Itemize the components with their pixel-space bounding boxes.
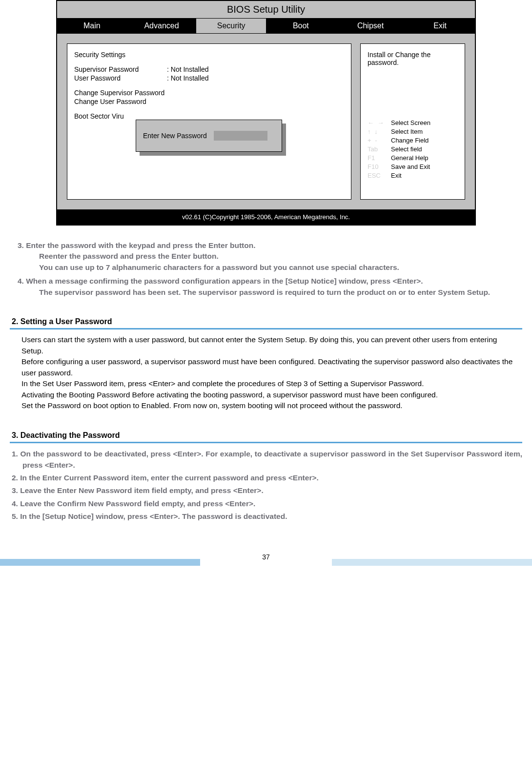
boot-sector-virus[interactable]: Boot Sector Viru <box>74 112 344 120</box>
deact-step-1: 1. On the password to be deactivated, pr… <box>10 448 522 471</box>
menu-boot[interactable]: Boot <box>266 19 336 33</box>
divider <box>10 442 522 443</box>
help-keys: Select Screen Select Item Change Field T… <box>368 119 458 179</box>
help-change-field: Change Field <box>368 137 458 144</box>
deact-step-4: 4. Leave the Confirm New Password field … <box>10 498 522 509</box>
help-select-item: Select Item <box>368 128 458 135</box>
change-user-password[interactable]: Change User Password <box>74 98 344 105</box>
change-supervisor-password[interactable]: Change Supervisor Password <box>74 89 344 97</box>
user-label: User Password <box>74 74 167 82</box>
help-select-screen: Select Screen <box>368 119 458 126</box>
page-footer: 37 <box>0 546 532 566</box>
menu-main[interactable]: Main <box>57 19 127 33</box>
deact-step-5: 5. In the [Setup Notice] window, press <… <box>10 511 522 522</box>
section3-heading: 3. Deactivating the Password <box>10 431 522 440</box>
bios-menu: Main Advanced Security Boot Chipset Exit <box>57 18 475 34</box>
deact-step-3: 3. Leave the Enter New Password item fie… <box>10 485 522 496</box>
menu-exit[interactable]: Exit <box>405 19 475 33</box>
arrow-vertical-icon <box>368 128 391 135</box>
dialog-box: Enter New Password <box>136 120 282 152</box>
deact-step-2: 2. In the Enter Current Password item, e… <box>10 472 522 483</box>
bios-window: BIOS Setup Utility Main Advanced Securit… <box>56 0 476 226</box>
password-dialog: Enter New Password <box>136 120 282 152</box>
password-input[interactable] <box>214 131 267 141</box>
bios-footer: v02.61 (C)Copyright 1985-2006, American … <box>57 209 475 225</box>
help-tab: TabSelect field <box>368 145 458 153</box>
bios-right-panel: Install or Change the password. Select S… <box>360 43 465 200</box>
page-number: 37 <box>0 553 532 561</box>
dialog-label: Enter New Password <box>143 132 207 140</box>
arrow-horizontal-icon <box>368 119 391 126</box>
help-f1: F1General Help <box>368 154 458 162</box>
bios-body: Security Settings Supervisor Password : … <box>57 34 475 209</box>
help-esc: ESCExit <box>368 172 458 179</box>
menu-chipset[interactable]: Chipset <box>336 19 406 33</box>
section2-body: Users can start the system with a user p… <box>10 334 522 411</box>
help-line1: Install or Change the <box>368 51 458 59</box>
supervisor-label: Supervisor Password <box>74 65 167 73</box>
user-password-row: User Password : Not Installed <box>74 74 344 82</box>
step-3: 3. Enter the password with the keypad an… <box>18 240 522 273</box>
supervisor-password-row: Supervisor Password : Not Installed <box>74 65 344 73</box>
menu-security[interactable]: Security <box>196 19 266 33</box>
user-value: : Not Installed <box>167 74 209 82</box>
section2-heading: 2. Setting a User Password <box>10 317 522 326</box>
help-f10: F10Save and Exit <box>368 163 458 170</box>
divider <box>10 328 522 330</box>
bios-title: BIOS Setup Utility <box>57 1 475 18</box>
plus-minus-icon <box>368 137 391 144</box>
step-4: 4. When a message confirming the passwor… <box>18 276 522 298</box>
bios-left-panel: Security Settings Supervisor Password : … <box>67 43 351 200</box>
help-line2: password. <box>368 59 458 66</box>
supervisor-value: : Not Installed <box>167 65 209 73</box>
menu-advanced[interactable]: Advanced <box>127 19 197 33</box>
help-description: Install or Change the password. <box>368 51 458 119</box>
security-settings-heading: Security Settings <box>74 51 344 59</box>
